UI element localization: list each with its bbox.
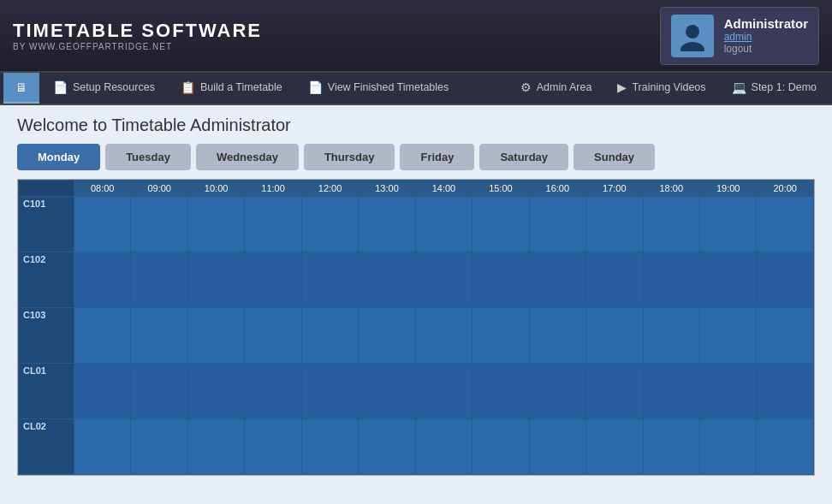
grid-cell[interactable] [472,364,529,419]
grid-cell[interactable] [699,197,756,252]
day-btn-tuesday[interactable]: Tuesday [105,144,191,170]
grid-cell[interactable] [757,364,814,419]
grid-cell[interactable] [643,364,699,419]
svg-point-0 [686,25,699,39]
grid-cell[interactable] [529,252,585,308]
grid-cell[interactable] [301,419,358,475]
grid-cell[interactable] [757,308,814,364]
grid-cell[interactable] [187,197,244,252]
grid-cell[interactable] [74,419,131,475]
nav-step1-demo[interactable]: 💻 Step 1: Demo [720,73,829,104]
day-btn-friday[interactable]: Friday [400,144,474,170]
grid-cell[interactable] [187,419,244,475]
grid-cell[interactable] [245,419,301,475]
room-label-C102: C102 [19,252,74,308]
grid-cell[interactable] [359,308,415,364]
table-row: C102 [19,252,814,308]
time-slot-12:00: 12:00 [301,181,358,197]
grid-cell[interactable] [586,419,643,475]
avatar [671,15,714,57]
time-slot-16:00: 16:00 [529,181,585,197]
grid-cell[interactable] [301,364,358,419]
nav-setup-resources[interactable]: 📄 Setup Resources [41,73,167,104]
grid-cell[interactable] [586,364,643,419]
grid-cell[interactable] [643,419,699,475]
grid-cell[interactable] [757,197,814,252]
corner-cell [19,181,74,197]
grid-cell[interactable] [472,252,529,308]
grid-cell[interactable] [415,419,472,475]
grid-cell[interactable] [187,308,244,364]
grid-cell[interactable] [359,419,415,475]
nav-home[interactable]: 🖥 [3,73,39,104]
grid-cell[interactable] [699,364,756,419]
grid-cell[interactable] [586,197,643,252]
grid-cell[interactable] [415,364,472,419]
grid-cell[interactable] [699,252,756,308]
nav-build-timetable[interactable]: 📋 Build a Timetable [169,73,294,104]
grid-cell[interactable] [415,252,472,308]
svg-point-1 [680,42,704,51]
grid-cell[interactable] [529,197,585,252]
day-btn-monday[interactable]: Monday [17,144,100,170]
grid-cell[interactable] [245,252,301,308]
nav-setup-resources-label: Setup Resources [73,81,155,93]
grid-cell[interactable] [301,197,358,252]
day-btn-wednesday[interactable]: Wednesday [196,144,299,170]
grid-cell[interactable] [586,252,643,308]
grid-cell[interactable] [415,197,472,252]
user-role-link[interactable]: admin [724,31,808,43]
grid-cell[interactable] [472,197,529,252]
grid-cell[interactable] [699,308,756,364]
grid-cell[interactable] [301,252,358,308]
grid-cell[interactable] [643,308,699,364]
day-btn-sunday[interactable]: Sunday [573,144,655,170]
nav-training-label: Training Videos [632,81,705,93]
grid-cell[interactable] [415,308,472,364]
grid-cell[interactable] [472,419,529,475]
grid-cell[interactable] [643,252,699,308]
grid-cell[interactable] [74,364,131,419]
table-row: CL01 [19,364,814,419]
grid-cell[interactable] [643,197,699,252]
time-slot-11:00: 11:00 [245,181,301,197]
day-btn-thursday[interactable]: Thursday [304,144,395,170]
day-btn-saturday[interactable]: Saturday [479,144,568,170]
grid-cell[interactable] [245,197,301,252]
grid-cell[interactable] [131,197,187,252]
grid-cell[interactable] [131,252,187,308]
grid-cell[interactable] [529,308,585,364]
day-buttons: MondayTuesdayWednesdayThursdayFridaySatu… [0,144,832,179]
grid-cell[interactable] [131,419,187,475]
grid-cell[interactable] [359,364,415,419]
grid-cell[interactable] [359,197,415,252]
nav-view-timetables-label: View Finished Timetables [328,81,449,93]
grid-cell[interactable] [245,308,301,364]
nav-training-videos[interactable]: ▶ Training Videos [605,73,717,104]
room-label-C101: C101 [19,197,74,252]
time-slot-17:00: 17:00 [586,181,643,197]
grid-cell[interactable] [74,197,131,252]
grid-cell[interactable] [187,364,244,419]
user-area: Administrator admin logout [660,7,819,65]
logout-link[interactable]: logout [724,43,808,55]
grid-cell[interactable] [74,308,131,364]
time-slot-18:00: 18:00 [643,181,699,197]
grid-cell[interactable] [131,308,187,364]
grid-cell[interactable] [699,419,756,475]
grid-cell[interactable] [757,419,814,475]
grid-cell[interactable] [757,252,814,308]
grid-cell[interactable] [187,252,244,308]
grid-cell[interactable] [301,308,358,364]
nav-view-timetables[interactable]: 📄 View Finished Timetables [296,73,461,104]
grid-cell[interactable] [529,419,585,475]
grid-cell[interactable] [74,252,131,308]
grid-cell[interactable] [359,252,415,308]
nav-admin-area[interactable]: ⚙ Admin Area [508,73,604,104]
grid-cell[interactable] [245,364,301,419]
logo-subtitle: BY WWW.GEOFFPARTRIDGE.NET [13,42,262,51]
grid-cell[interactable] [131,364,187,419]
grid-cell[interactable] [586,308,643,364]
grid-cell[interactable] [529,364,585,419]
grid-cell[interactable] [472,308,529,364]
